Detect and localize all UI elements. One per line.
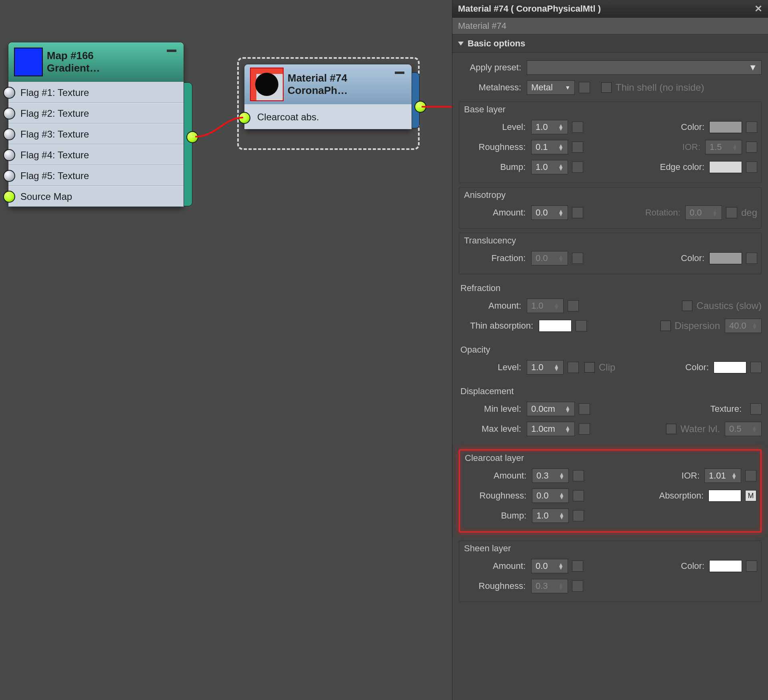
clip-checkbox[interactable]	[584, 362, 595, 373]
material-output-tab[interactable]	[412, 72, 420, 128]
aniso-rot-spinner[interactable]: 0.0▲▼	[685, 205, 722, 220]
dispersion-value: 40.0	[729, 321, 746, 331]
clip-label: Clip	[599, 362, 615, 373]
disp-texture-button[interactable]	[750, 403, 762, 415]
waterlvl-spinner[interactable]: 0.5▲▼	[725, 422, 762, 436]
map-button[interactable]	[746, 162, 757, 173]
dispersion-checkbox[interactable]	[660, 321, 671, 331]
thin-shell-checkbox[interactable]	[601, 82, 612, 93]
node-material[interactable]: Material #74 CoronaPh… Clearcoat abs.	[244, 64, 412, 130]
map-button[interactable]	[746, 560, 757, 572]
sheen-rough-value: 0.3	[536, 581, 548, 591]
waterlvl-checkbox[interactable]	[666, 424, 676, 434]
map-button[interactable]	[746, 142, 757, 153]
clear-abs-swatch[interactable]	[708, 490, 741, 502]
metalness-map-button[interactable]	[579, 82, 590, 93]
sheen-color-swatch[interactable]	[709, 560, 742, 572]
node-output-port[interactable]	[186, 131, 198, 143]
map-button[interactable]	[726, 207, 737, 218]
trans-color-swatch[interactable]	[709, 252, 742, 264]
node-port[interactable]	[3, 87, 15, 99]
base-color-label: Color:	[660, 122, 709, 132]
gradient-row[interactable]: Flag #3: Texture	[8, 124, 184, 144]
opacity-level-spinner[interactable]: 1.0▲▼	[527, 360, 564, 375]
caustics-label: Caustics (slow)	[696, 300, 762, 311]
dispersion-spinner[interactable]: 40.0▲▼	[725, 319, 762, 333]
edge-color-swatch[interactable]	[709, 161, 742, 173]
map-button[interactable]	[572, 580, 583, 592]
node-material-header[interactable]: Material #74 CoronaPh…	[244, 64, 412, 104]
map-button[interactable]	[573, 510, 584, 521]
collapse-icon[interactable]	[167, 50, 176, 52]
refr-amount-spinner[interactable]: 1.0▲▼	[527, 299, 564, 313]
sheen-rough-spinner[interactable]: 0.3▲▼	[531, 579, 568, 593]
base-bump-spinner[interactable]: 1.0▲▼	[531, 160, 568, 174]
material-breadcrumb[interactable]: Material #74	[452, 18, 768, 34]
gradient-row[interactable]: Flag #4: Texture	[8, 144, 184, 165]
collapse-icon[interactable]	[395, 72, 404, 74]
sheen-color-label: Color:	[673, 561, 709, 571]
gradient-row[interactable]: Source Map	[8, 186, 184, 207]
clear-rough-spinner[interactable]: 0.0▲▼	[532, 489, 569, 503]
clear-amount-spinner[interactable]: 0.3▲▼	[532, 469, 569, 483]
clear-bump-spinner[interactable]: 1.0▲▼	[532, 509, 569, 523]
map-button[interactable]	[573, 490, 584, 501]
node-gradient[interactable]: Map #166 Gradient… Flag #1: Texture Flag…	[8, 42, 184, 207]
map-button[interactable]	[745, 470, 756, 481]
disp-max-label: Max level:	[459, 424, 527, 434]
node-port[interactable]	[3, 108, 15, 120]
map-button[interactable]	[572, 122, 583, 133]
map-button[interactable]	[750, 362, 762, 373]
output-tab[interactable]	[184, 82, 192, 206]
map-button[interactable]	[573, 470, 584, 481]
clear-ior-spinner[interactable]: 1.01▲▼	[704, 469, 741, 483]
gradient-row[interactable]: Flag #5: Texture	[8, 165, 184, 186]
gradient-row[interactable]: Flag #2: Texture	[8, 103, 184, 124]
base-ior-spinner[interactable]: 1.5▲▼	[705, 140, 742, 154]
map-button[interactable]	[572, 253, 583, 264]
panel-title-bar[interactable]: Material #74 ( CoronaPhysicalMtl ) ✕	[452, 0, 768, 18]
basic-options-rollup[interactable]: Basic options	[452, 34, 768, 53]
caustics-checkbox[interactable]	[682, 301, 692, 311]
clear-rough-label: Roughness:	[464, 491, 532, 501]
node-output-port[interactable]	[414, 101, 426, 113]
base-color-swatch[interactable]	[709, 121, 742, 133]
node-port[interactable]	[3, 191, 15, 203]
map-button[interactable]	[579, 423, 590, 435]
map-button[interactable]	[572, 162, 583, 173]
edge-color-label: Edge color:	[660, 162, 709, 172]
trans-frac-spinner[interactable]: 0.0▲▼	[531, 251, 568, 265]
map-button[interactable]	[579, 403, 590, 415]
node-gradient-header[interactable]: Map #166 Gradient…	[8, 42, 184, 82]
map-button[interactable]	[576, 320, 587, 331]
map-button[interactable]	[746, 253, 757, 264]
clear-amount-value: 0.3	[536, 471, 549, 481]
gradient-row[interactable]: Flag #1: Texture	[8, 82, 184, 103]
material-input-row[interactable]: Clearcoat abs.	[244, 104, 412, 129]
map-button[interactable]	[746, 122, 757, 133]
map-button[interactable]	[572, 142, 583, 153]
node-port[interactable]	[3, 170, 15, 182]
clear-abs-map-button[interactable]: M	[745, 490, 756, 501]
node-port[interactable]	[3, 128, 15, 140]
node-port[interactable]	[3, 149, 15, 161]
disp-min-spinner[interactable]: 0.0cm▲▼	[527, 402, 575, 416]
base-level-spinner[interactable]: 1.0▲▼	[531, 120, 568, 134]
map-button[interactable]	[568, 362, 579, 373]
apply-preset-combo[interactable]: ▼	[527, 60, 762, 75]
node-input-port[interactable]	[238, 112, 250, 124]
map-button[interactable]	[572, 560, 583, 572]
thin-abs-swatch[interactable]	[539, 320, 572, 332]
thin-abs-label: Thin absorption:	[459, 321, 539, 331]
disp-max-spinner[interactable]: 1.0cm▲▼	[527, 422, 575, 436]
metalness-combo[interactable]: Metal▼	[527, 80, 575, 95]
opacity-color-swatch[interactable]	[714, 361, 746, 373]
map-button[interactable]	[568, 300, 579, 311]
base-rough-spinner[interactable]: 0.1▲▼	[531, 140, 568, 154]
map-button[interactable]	[572, 207, 583, 218]
base-rough-value: 0.1	[536, 142, 548, 152]
node-editor-canvas[interactable]: Map #166 Gradient… Flag #1: Texture Flag…	[0, 0, 768, 700]
aniso-amount-spinner[interactable]: 0.0▲▼	[531, 205, 568, 220]
close-icon[interactable]: ✕	[754, 3, 762, 14]
sheen-amount-spinner[interactable]: 0.0▲▼	[531, 559, 568, 573]
